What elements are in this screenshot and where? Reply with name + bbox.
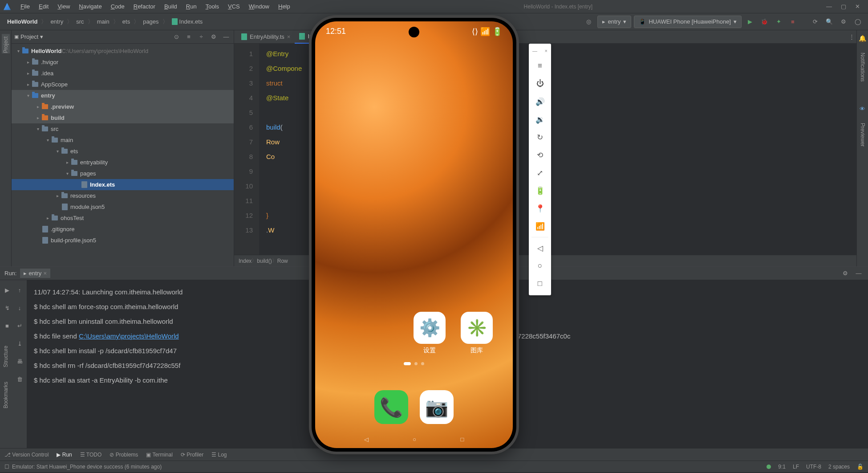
select-opened-icon[interactable]: ⊙ (171, 32, 181, 42)
menu-help[interactable]: Help (274, 1, 295, 12)
close-button[interactable]: ✕ (855, 3, 860, 10)
menu-run[interactable]: Run (182, 1, 201, 12)
stop-run-button[interactable]: ■ (2, 320, 12, 331)
tree-row[interactable]: ▸.idea (12, 68, 234, 79)
tree-row[interactable]: ▾ets (12, 146, 234, 157)
attach-debug-icon[interactable]: ↯ (2, 302, 12, 313)
breadcrumb[interactable]: pages (140, 17, 161, 26)
previewer-tab[interactable]: Previewer (859, 120, 867, 149)
tree-row[interactable]: ▾entry (12, 90, 234, 101)
eye-icon[interactable]: 👁 (860, 106, 865, 112)
menu-view[interactable]: View (53, 1, 74, 12)
rerun-button[interactable]: ▶ (2, 285, 12, 295)
emu-toolbar-button[interactable]: 📶 (529, 217, 551, 235)
indent[interactable]: 2 spaces (828, 464, 850, 470)
emu-toolbar-button[interactable]: ⤢ (529, 164, 551, 182)
bell-icon[interactable]: 🔔 (859, 35, 866, 42)
breadcrumb[interactable]: HelloWorld (4, 17, 40, 26)
emulator-toolbar[interactable]: —× ≡⏻🔊🔉↻⟲⤢🔋📍📶 ◁○□ (529, 44, 551, 295)
structure-crumb[interactable]: Row (277, 258, 288, 264)
search-button[interactable]: 🔍 (823, 16, 835, 28)
debug-button[interactable]: 🐞 (758, 16, 770, 28)
emu-toolbar-button[interactable]: ⟲ (529, 146, 551, 164)
account-icon[interactable]: ◯ (852, 16, 864, 28)
tree-row[interactable]: ▸build (12, 112, 234, 123)
editor-tab[interactable]: EntryAbility.ts × (237, 30, 295, 44)
emu-toolbar-button[interactable]: ⏻ (529, 75, 551, 93)
emu-nav-button[interactable]: □ (529, 275, 551, 293)
tree-row[interactable]: module.json5 (12, 201, 234, 212)
scroll-icon[interactable]: ⤓ (14, 338, 25, 349)
bottom-tab-problems[interactable]: ⊘ Problems (110, 452, 138, 458)
menu-window[interactable]: Window (244, 1, 274, 12)
menu-code[interactable]: Code (106, 1, 129, 12)
emulator-phone[interactable]: 12:51 ⟨⟩ 📶 🔋 ⚙️设置✳️图库 📞📷 ◁ ○ □ (312, 18, 516, 452)
project-tab[interactable]: Project (2, 34, 10, 56)
phone-app[interactable]: ✳️图库 (458, 312, 495, 355)
bottom-tab-version-control[interactable]: ⎇ Version Control (4, 452, 49, 458)
phone-nav-bar[interactable]: ◁ ○ □ (315, 436, 513, 443)
expand-all-icon[interactable]: ≡ (184, 32, 194, 42)
menu-vcs[interactable]: VCS (223, 1, 244, 12)
menu-build[interactable]: Build (160, 1, 182, 12)
breadcrumb[interactable]: main (94, 17, 112, 26)
bookmarks-tab[interactable]: Bookmarks (2, 379, 10, 411)
caret-position[interactable]: 9:1 (778, 464, 786, 470)
editor-more-icon[interactable]: ⋮ (847, 32, 856, 42)
bottom-tab-log[interactable]: ☰ Log (211, 452, 227, 458)
menu-edit[interactable]: Edit (34, 1, 53, 12)
emu-nav-button[interactable]: ◁ (529, 239, 551, 257)
structure-crumb[interactable]: Index (239, 258, 251, 264)
device-dropdown[interactable]: 📱 HUAWEI Phone [HuaweiPhone] ▾ (634, 16, 742, 28)
run-config-dropdown[interactable]: ▸ entry ▾ (597, 16, 632, 28)
emu-toolbar-button[interactable]: 🔊 (529, 93, 551, 110)
encoding[interactable]: UTF-8 (806, 464, 821, 470)
structure-crumb[interactable]: build() (257, 258, 272, 264)
emu-toolbar-button[interactable]: ↻ (529, 128, 551, 146)
emu-minimize-icon[interactable]: — (532, 48, 537, 53)
notifications-tab[interactable]: Notifications (859, 50, 867, 84)
tree-root[interactable]: ▾HelloWorld C:\Users\amy\projects\HelloW… (12, 45, 234, 57)
tree-row[interactable]: ▸entryability (12, 157, 234, 168)
emu-toolbar-button[interactable]: 🔉 (529, 110, 551, 128)
trash-icon[interactable]: 🗑 (14, 374, 25, 384)
tree-row[interactable]: .gitignore (12, 224, 234, 235)
structure-tab[interactable]: Structure (2, 343, 10, 370)
tree-row[interactable]: ▾src (12, 123, 234, 135)
menu-file[interactable]: File (16, 1, 34, 12)
phone-dock[interactable]: 📞📷 (374, 390, 454, 424)
emu-close-icon[interactable]: × (545, 48, 548, 53)
tree-row[interactable]: build-profile.json5 (12, 235, 234, 246)
emu-toolbar-button[interactable]: 📍 (529, 200, 551, 217)
bottom-tab-profiler[interactable]: ⟳ Profiler (181, 452, 203, 458)
phone-app[interactable]: ⚙️设置 (411, 312, 448, 355)
maximize-button[interactable]: ▢ (841, 3, 846, 10)
project-tree[interactable]: ▾HelloWorld C:\Users\amy\projects\HelloW… (12, 44, 234, 266)
hide-panel-icon[interactable]: — (221, 32, 231, 42)
up-icon[interactable]: ↑ (14, 285, 25, 295)
emu-toolbar-button[interactable]: ≡ (529, 57, 551, 75)
breadcrumb[interactable]: src (73, 17, 86, 26)
run-config-tab[interactable]: ▸ entry × (20, 269, 50, 278)
phone-recent-button[interactable]: □ (460, 436, 464, 443)
tree-row[interactable]: ▸.hvigor (12, 57, 234, 68)
menu-refactor[interactable]: Refactor (129, 1, 160, 12)
run-button[interactable]: ▶ (744, 16, 756, 28)
run-hide-icon[interactable]: — (854, 269, 864, 278)
coverage-button[interactable]: ✦ (773, 16, 784, 28)
tree-row[interactable]: ▸resources (12, 190, 234, 201)
bottom-tab-run[interactable]: ▶ Run (57, 452, 72, 458)
target-icon[interactable]: ◎ (583, 16, 595, 28)
update-button[interactable]: ⟳ (809, 16, 821, 28)
phone-home-button[interactable]: ○ (413, 436, 416, 443)
minimize-button[interactable]: — (826, 3, 832, 10)
emu-nav-button[interactable]: ○ (529, 257, 551, 275)
bottom-tab-terminal[interactable]: ▣ Terminal (146, 452, 172, 458)
tree-row[interactable]: ▾main (12, 135, 234, 146)
console-link[interactable]: C:\Users\amy\projects\HelloWorld (79, 332, 179, 340)
stop-button[interactable]: ■ (787, 16, 799, 28)
tree-row[interactable]: ▸.preview (12, 101, 234, 112)
breadcrumb[interactable]: ets (120, 17, 133, 26)
phone-dock-app[interactable]: 📞 (374, 390, 408, 424)
tree-row[interactable]: ▸AppScope (12, 79, 234, 90)
